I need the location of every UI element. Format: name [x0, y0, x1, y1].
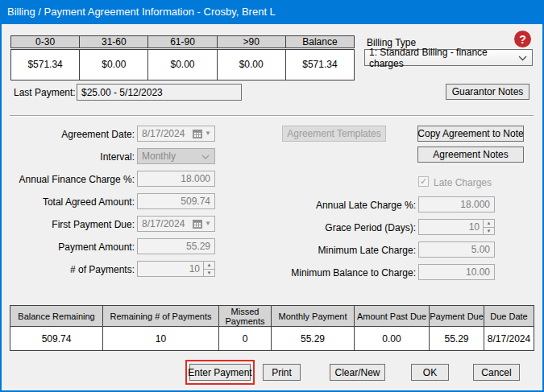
aging-header-over-90: >90: [217, 35, 286, 48]
dropdown-arrow-icon: ▼: [205, 130, 211, 137]
first-payment-due-label: First Payment Due:: [10, 219, 135, 230]
summary-header-payment-due: Payment Due: [429, 305, 484, 327]
minimum-balance-to-charge-label: Minimum Balance to Charge:: [268, 267, 416, 279]
annual-finance-charge-value: 18.000: [181, 173, 210, 184]
aging-header-0-30: 0-30: [10, 35, 80, 48]
dropdown-arrow-icon: ▼: [205, 221, 211, 227]
guarantor-notes-button[interactable]: Guarantor Notes: [446, 84, 529, 100]
aging-value-row: $571.34 $0.00 $0.00 $0.00 $571.34: [10, 49, 355, 80]
annual-late-charge-value: 18.000: [460, 199, 490, 210]
spinner-down-icon[interactable]: ▼: [204, 269, 214, 277]
last-payment-value: $25.00 - 5/12/2023: [81, 87, 163, 98]
billing-type-dropdown[interactable]: 1: Standard Billing - finance charges: [364, 49, 533, 66]
aging-value-over-90: $0.00: [217, 49, 286, 80]
first-payment-due-value: 8/17/2024: [142, 218, 185, 229]
chevron-down-icon: [518, 52, 527, 64]
calendar-icon: [193, 220, 202, 229]
total-agreed-amount-label: Total Agreed Amount:: [10, 196, 135, 208]
late-charges-label: Late Charges: [434, 177, 492, 188]
chevron-down-icon: [201, 151, 210, 162]
num-payments-label: # of Payments:: [10, 264, 135, 275]
grace-period-label: Grace Period (Days):: [268, 222, 416, 233]
agreement-date-picker[interactable]: 8/17/2024 ▼: [137, 126, 215, 142]
clear-new-button[interactable]: Clear/New: [330, 364, 385, 381]
total-agreed-amount-field[interactable]: 509.74: [137, 193, 215, 209]
summary-header-row: Balance Remaining Remaining # of Payment…: [10, 305, 538, 327]
summary-value-amount-past-due: 0.00: [354, 327, 430, 351]
summary-value-due-date: 8/17/2024: [484, 327, 534, 351]
minimum-late-charge-value: 5.00: [471, 244, 490, 255]
interval-value: Monthly: [142, 151, 176, 162]
interval-label: Interval:: [10, 151, 135, 163]
summary-value-monthly-payment: 55.29: [271, 327, 355, 351]
agreement-date-value: 8/17/2024: [142, 128, 185, 139]
annual-finance-charge-field[interactable]: 18.000: [137, 171, 215, 187]
agreement-date-label: Agreement Date:: [10, 129, 135, 140]
summary-header-amount-past-due: Amount Past Due: [354, 305, 430, 327]
payment-amount-label: Payment Amount:: [10, 241, 135, 253]
summary-value-payment-due: 55.29: [429, 327, 484, 351]
aging-table: 0-30 31-60 61-90 >90 Balance $571.34 $0.…: [10, 35, 355, 80]
aging-value-61-90: $0.00: [147, 49, 217, 80]
aging-header-31-60: 31-60: [79, 35, 148, 48]
last-payment-label: Last Payment:: [14, 87, 76, 98]
summary-header-remaining-payments: Remaining # of Payments: [102, 305, 219, 327]
total-agreed-amount-value: 509.74: [181, 196, 210, 207]
minimum-late-charge-field[interactable]: 5.00: [418, 241, 495, 258]
summary-header-missed-payments: Missed Payments: [218, 305, 272, 327]
section-divider: [10, 115, 534, 117]
agreement-notes-button[interactable]: Agreement Notes: [417, 146, 524, 163]
summary-header-due-date: Due Date: [484, 305, 534, 327]
late-charges-checkbox[interactable]: ✓: [418, 176, 429, 187]
print-button[interactable]: Print: [263, 364, 301, 381]
spinner-up-icon[interactable]: ▲: [484, 220, 494, 227]
copy-agreement-to-note-button[interactable]: Copy Agreement to Note: [417, 126, 524, 142]
grace-period-stepper[interactable]: 10 ▲ ▼: [418, 219, 495, 235]
minimum-late-charge-label: Minimum Late Charge:: [268, 245, 416, 256]
last-payment-field: $25.00 - 5/12/2023: [77, 84, 242, 101]
spinner-buttons: ▲ ▼: [483, 220, 494, 234]
aging-value-balance: $571.34: [285, 49, 355, 80]
spinner-buttons: ▲ ▼: [203, 262, 214, 276]
cancel-button[interactable]: Cancel: [473, 364, 520, 381]
help-icon[interactable]: ?: [514, 31, 531, 47]
agreement-templates-button[interactable]: Agreement Templates: [282, 126, 386, 142]
num-payments-stepper[interactable]: 10 ▲ ▼: [137, 261, 215, 277]
payment-amount-value: 55.29: [186, 241, 210, 252]
calendar-icon: [193, 130, 202, 138]
aging-header-row: 0-30 31-60 61-90 >90 Balance: [10, 35, 355, 48]
minimum-balance-to-charge-value: 10.00: [466, 266, 490, 278]
billing-type-selected: 1: Standard Billing - finance charges: [369, 47, 518, 69]
summary-value-missed-payments: 0: [218, 327, 272, 351]
annual-finance-charge-label: Annual Finance Charge %:: [10, 174, 135, 185]
annual-late-charge-label: Annual Late Charge %:: [268, 200, 416, 211]
aging-header-61-90: 61-90: [147, 35, 217, 48]
num-payments-value: 10: [189, 263, 203, 274]
summary-value-remaining-payments: 10: [102, 327, 219, 351]
check-icon: ✓: [420, 176, 427, 186]
spinner-down-icon[interactable]: ▼: [484, 227, 494, 235]
ok-button[interactable]: OK: [411, 364, 449, 381]
interval-dropdown[interactable]: Monthly: [137, 148, 215, 164]
payment-amount-field[interactable]: 55.29: [137, 238, 215, 254]
summary-value-row: 509.74 10 0 55.29 0.00 55.29 8/17/2024: [10, 327, 538, 351]
grace-period-value: 10: [469, 221, 483, 233]
aging-header-balance: Balance: [285, 35, 355, 48]
spinner-up-icon[interactable]: ▲: [204, 262, 214, 269]
summary-header-monthly-payment: Monthly Payment: [271, 305, 355, 327]
billing-dialog-window: Billing / Payment Agreement Information …: [0, 0, 544, 392]
summary-header-balance-remaining: Balance Remaining: [10, 305, 103, 327]
first-payment-due-picker[interactable]: 8/17/2024 ▼: [137, 216, 215, 232]
minimum-balance-to-charge-field[interactable]: 10.00: [418, 264, 495, 280]
annual-late-charge-field[interactable]: 18.000: [418, 196, 495, 213]
payment-summary-table: Balance Remaining Remaining # of Payment…: [10, 305, 538, 351]
summary-value-balance-remaining: 509.74: [10, 327, 103, 351]
aging-value-0-30: $571.34: [10, 49, 80, 80]
aging-value-31-60: $0.00: [79, 49, 148, 80]
enter-payment-button[interactable]: Enter Payment: [189, 364, 251, 381]
window-title: Billing / Payment Agreement Information …: [0, 0, 544, 24]
